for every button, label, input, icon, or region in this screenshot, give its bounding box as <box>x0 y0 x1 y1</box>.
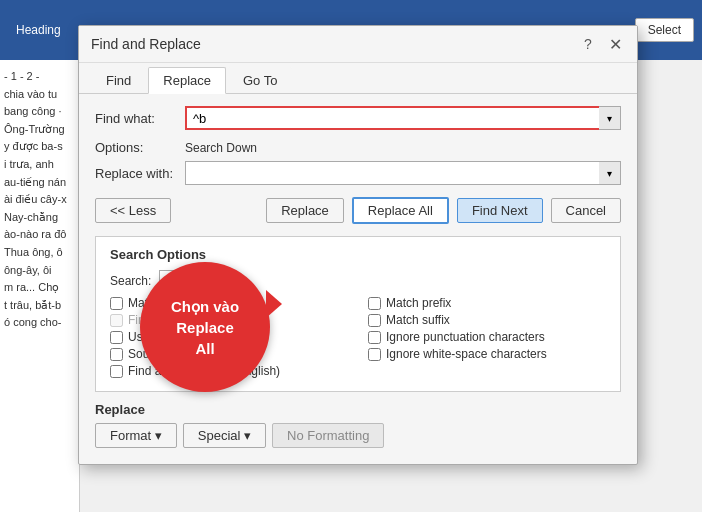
tooltip-text: Chọn vào Replace All <box>171 296 239 359</box>
dialog-tabs: Find Replace Go To <box>79 63 637 94</box>
sounds-like-checkbox[interactable] <box>110 348 123 361</box>
replace-section: Replace Format ▾ Special ▾ No Formatting <box>95 402 621 448</box>
options-value: Search Down <box>185 141 257 155</box>
replace-with-label: Replace with: <box>95 166 185 181</box>
find-what-input[interactable] <box>185 106 621 130</box>
no-formatting-button[interactable]: No Formatting <box>272 423 384 448</box>
replace-format-buttons: Format ▾ Special ▾ No Formatting <box>95 423 621 448</box>
replace-with-input-wrap: ▾ <box>185 161 621 185</box>
replace-with-row: Replace with: ▾ <box>95 161 621 185</box>
special-button[interactable]: Special ▾ <box>183 423 266 448</box>
tooltip-bubble: Chọn vào Replace All <box>140 262 270 392</box>
help-icon[interactable]: ? <box>579 35 597 53</box>
options-label: Options: <box>95 140 185 155</box>
ignore-space-row: Ignore white-space characters <box>368 347 606 361</box>
ignore-space-label: Ignore white-space characters <box>386 347 547 361</box>
tab-replace[interactable]: Replace <box>148 67 226 94</box>
ignore-punct-row: Ignore punctuation characters <box>368 330 606 344</box>
close-icon[interactable]: ✕ <box>605 34 625 54</box>
action-buttons: << Less Replace Replace All Find Next Ca… <box>95 197 621 224</box>
options-row: Options: Search Down <box>95 140 621 155</box>
replace-with-dropdown[interactable]: ▾ <box>599 161 621 185</box>
find-what-input-wrap: ▾ <box>185 106 621 130</box>
replace-with-input[interactable] <box>185 161 621 185</box>
match-prefix-label: Match prefix <box>386 296 451 310</box>
replace-all-button[interactable]: Replace All <box>352 197 449 224</box>
select-button[interactable]: Select <box>635 18 694 42</box>
find-replace-dialog: Find and Replace ? ✕ Find Replace Go To … <box>78 25 638 465</box>
doc-content: ‐ 1 ‐ 2 ‐ chia vào tu bang công · Ông-Tr… <box>4 68 75 332</box>
format-button[interactable]: Format ▾ <box>95 423 177 448</box>
match-suffix-row: Match suffix <box>368 313 606 327</box>
match-suffix-checkbox[interactable] <box>368 314 381 327</box>
tab-find[interactable]: Find <box>91 67 146 93</box>
word-forms-checkbox[interactable] <box>110 365 123 378</box>
options-col-right: Match prefix Match suffix Ignore punctua… <box>368 296 606 381</box>
match-case-checkbox[interactable] <box>110 297 123 310</box>
match-prefix-row: Match prefix <box>368 296 606 310</box>
document-area: ‐ 1 ‐ 2 ‐ chia vào tu bang công · Ông-Tr… <box>0 60 80 512</box>
tab-goto[interactable]: Go To <box>228 67 292 93</box>
less-button[interactable]: << Less <box>95 198 171 223</box>
find-what-dropdown[interactable]: ▾ <box>599 106 621 130</box>
whole-words-checkbox[interactable] <box>110 314 123 327</box>
wildcards-checkbox[interactable] <box>110 331 123 344</box>
find-what-label: Find what: <box>95 111 185 126</box>
search-direction-label: Search: <box>110 274 151 288</box>
select-label: Select <box>648 23 681 37</box>
dialog-controls: ? ✕ <box>579 34 625 54</box>
find-what-row: Find what: ▾ <box>95 106 621 130</box>
replace-button[interactable]: Replace <box>266 198 344 223</box>
ignore-punct-checkbox[interactable] <box>368 331 381 344</box>
match-suffix-label: Match suffix <box>386 313 450 327</box>
ignore-punct-label: Ignore punctuation characters <box>386 330 545 344</box>
dialog-title: Find and Replace <box>91 36 201 52</box>
replace-section-title: Replace <box>95 402 621 417</box>
dialog-titlebar: Find and Replace ? ✕ <box>79 26 637 63</box>
match-prefix-checkbox[interactable] <box>368 297 381 310</box>
word-background: Heading Select ‐ 1 ‐ 2 ‐ chia vào tu ban… <box>0 0 702 512</box>
heading-label: Heading <box>8 19 69 41</box>
search-options-title: Search Options <box>110 247 606 262</box>
cancel-button[interactable]: Cancel <box>551 198 621 223</box>
ignore-space-checkbox[interactable] <box>368 348 381 361</box>
find-next-button[interactable]: Find Next <box>457 198 543 223</box>
